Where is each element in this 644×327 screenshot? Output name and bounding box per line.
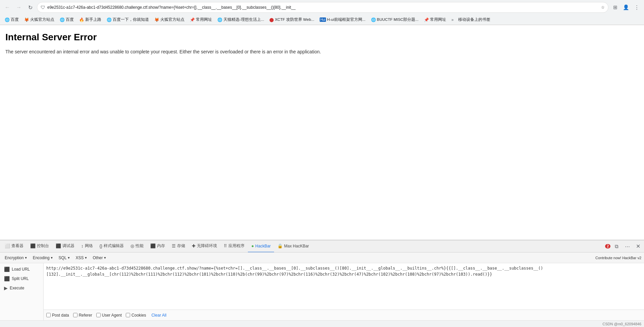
bookmarks-more-button[interactable]: » [450, 17, 455, 23]
console-icon: ⬛ [30, 243, 36, 248]
split-url-button[interactable]: ⬛ Split URL [1, 274, 42, 283]
application-icon: ⠿ [224, 243, 227, 248]
other-menu[interactable]: Other ▼ [91, 255, 108, 261]
status-bar: CSDN @m0_62094846 [0, 320, 644, 327]
bookmark-icon: 🌐 [60, 17, 65, 22]
bookmark-baidu-3[interactable]: 🌐 百度一下，你就知道 [105, 16, 151, 23]
bookmark-baidu-1[interactable]: 🌐 百度 [3, 16, 21, 23]
devtools-more-button[interactable]: ⋯ [623, 242, 632, 251]
referer-checkbox-label[interactable]: Referer [73, 313, 92, 318]
other-label: Other [93, 255, 103, 260]
bookmark-common-2[interactable]: 📌 常用网址 [422, 16, 448, 23]
star-icon[interactable]: ☆ [601, 5, 605, 10]
devtools-tab-application[interactable]: ⠿ 应用程序 [220, 240, 248, 252]
devtools-tab-console-label: 控制台 [37, 243, 49, 249]
hackbar-url-input[interactable]: http://e9e2531c-a1c7-426a-abc1-d73d45228… [44, 263, 644, 310]
hackbar-toolbar: Encryption ▼ Encoding ▼ SQL ▼ XSS ▼ Othe… [0, 252, 644, 263]
bookmark-label: 移动设备上的书签 [458, 17, 490, 22]
devtools-copy-button[interactable]: ⧉ [612, 242, 621, 251]
xss-arrow-icon: ▼ [85, 256, 88, 260]
clear-all-button[interactable]: Clear All [151, 313, 166, 318]
extensions-button[interactable]: ⊞ [610, 3, 620, 12]
toolbar-right: ⊞ 👤 ⋮ [610, 3, 641, 12]
contribute-link[interactable]: Contribute now! HackBar v2 [595, 256, 641, 260]
bookmark-icon: 🌐 [217, 17, 222, 22]
bookmark-common[interactable]: 📌 常用网址 [188, 16, 214, 23]
devtools-tab-console[interactable]: ⬛ 控制台 [27, 240, 52, 252]
bookmark-icon: 🌐 [5, 17, 10, 22]
bookmark-mobile[interactable]: 移动设备上的书签 [456, 16, 492, 23]
debugger-icon: ⬛ [56, 243, 61, 248]
bookmark-hui[interactable]: Hui H-ui前端框架官方网... [318, 16, 368, 23]
profile-button[interactable]: 👤 [621, 3, 631, 12]
user-agent-checkbox-label[interactable]: User Agent [96, 313, 122, 318]
devtools-tab-performance[interactable]: ◎ 性能 [127, 240, 147, 252]
forward-button[interactable]: → [14, 3, 23, 12]
bookmark-icon: 🦊 [24, 17, 29, 22]
referer-checkbox[interactable] [73, 313, 77, 317]
address-bar[interactable]: 🛡 e9e2531c-a1c7-426a-abc1-d73d45228680.c… [37, 2, 608, 13]
bookmark-label: 百度 [66, 17, 74, 22]
encryption-menu[interactable]: Encryption ▼ [3, 255, 30, 261]
address-text: e9e2531c-a1c7-426a-abc1-d73d45228680.cha… [47, 5, 599, 10]
sql-menu[interactable]: SQL ▼ [57, 255, 72, 261]
bookmarks-bar: 🌐 百度 🦊 火狐官方站点 🌐 百度 🔥 新手上路 🌐 百度一下，你就知道 🦊 … [0, 15, 644, 25]
devtools-tab-maxhackbar-label: Max HacKBar [284, 244, 309, 248]
devtools-close-button[interactable]: ✕ [633, 242, 643, 251]
encoding-menu[interactable]: Encoding ▼ [31, 255, 55, 261]
sql-arrow-icon: ▼ [67, 256, 70, 260]
bookmark-xctf[interactable]: ⬤ XCTF 攻防世界 Web... [267, 16, 316, 23]
devtools-tab-accessibility[interactable]: ✚ 无障碍环境 [189, 240, 220, 252]
back-button[interactable]: ← [3, 3, 12, 12]
devtools-tab-inspector[interactable]: ⬜ 查看器 [1, 240, 27, 252]
devtools-tabs: ⬜ 查看器 ⬛ 控制台 ⬛ 调试器 ↕ 网络 {} 样式编辑器 ◎ 性能 ⬛ 内… [0, 240, 644, 252]
browser-chrome: ← → ↻ 🛡 e9e2531c-a1c7-426a-abc1-d73d4522… [0, 0, 644, 25]
bookmark-newuser[interactable]: 🔥 新手上路 [77, 16, 103, 23]
devtools-tab-styleeditor[interactable]: {} 样式编辑器 [96, 240, 127, 252]
devtools-tab-debugger[interactable]: ⬛ 调试器 [52, 240, 78, 252]
execute-button[interactable]: ▶ Execute [1, 283, 42, 293]
hackbar-dot-icon: ● [251, 243, 254, 248]
accessibility-icon: ✚ [192, 243, 196, 248]
user-agent-label: User Agent [102, 313, 122, 318]
execute-label: Execute [10, 286, 24, 290]
bookmark-label: 常用网址 [196, 17, 212, 22]
xss-menu[interactable]: XSS ▼ [74, 255, 90, 261]
split-url-label: Split URL [12, 276, 29, 281]
cookies-checkbox[interactable] [126, 313, 130, 317]
bookmark-label: 天猫精选-理想生活上... [223, 17, 264, 22]
devtools-tab-memory-label: 内存 [157, 243, 165, 249]
more-menu-button[interactable]: ⋮ [632, 3, 641, 12]
bookmark-icon: 🔥 [79, 17, 84, 22]
reload-button[interactable]: ↻ [25, 3, 35, 12]
security-icon: 🛡 [41, 5, 45, 10]
main-content: Internal Server Error The server encount… [0, 25, 644, 240]
post-data-checkbox-label[interactable]: Post data [46, 313, 69, 318]
bookmark-tmall[interactable]: 🌐 天猫精选-理想生活上... [215, 16, 266, 23]
split-icon: ⬛ [4, 276, 10, 281]
hackbar-main: http://e9e2531c-a1c7-426a-abc1-d73d45228… [44, 263, 644, 320]
bookmark-icon: 📌 [424, 17, 429, 22]
cookies-checkbox-label[interactable]: Cookies [126, 313, 146, 318]
devtools-tab-memory[interactable]: ⬛ 内存 [147, 240, 168, 252]
bookmark-label: 常用网址 [430, 17, 446, 22]
execute-icon: ▶ [4, 285, 8, 291]
maxhackbar-icon: 🔒 [277, 243, 283, 248]
bookmark-firefox-2[interactable]: 🦊 火狐官方站点 [152, 16, 186, 23]
devtools-tab-storage[interactable]: ☰ 存储 [168, 240, 189, 252]
devtools-tab-performance-label: 性能 [136, 243, 144, 249]
bookmark-buuctf[interactable]: 🌐 BUUCTF MISC部分题... [369, 16, 421, 23]
encryption-label: Encryption [5, 255, 24, 260]
devtools-tab-maxhackbar[interactable]: 🔒 Max HacKBar [274, 240, 312, 252]
bookmark-firefox-1[interactable]: 🦊 火狐官方站点 [22, 16, 56, 23]
error-title: Internal Server Error [5, 32, 639, 43]
bookmark-label: H-ui前端框架官方网... [327, 17, 366, 22]
performance-icon: ◎ [130, 243, 134, 248]
user-agent-checkbox[interactable] [96, 313, 101, 317]
bookmark-baidu-2[interactable]: 🌐 百度 [58, 16, 76, 23]
devtools-tab-hackbar[interactable]: ● HackBar [248, 240, 274, 252]
load-url-button[interactable]: ⬛ Load URL [1, 265, 42, 274]
devtools-tab-network[interactable]: ↕ 网络 [78, 240, 96, 252]
bookmark-label: XCTF 攻防世界 Web... [275, 17, 314, 22]
post-data-checkbox[interactable] [46, 313, 51, 317]
